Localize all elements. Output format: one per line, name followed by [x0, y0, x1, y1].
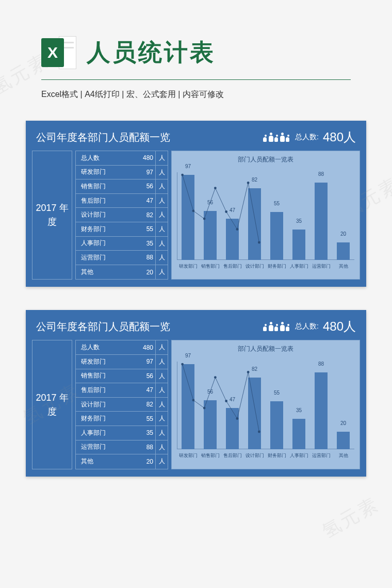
table-row: 其他20人: [76, 454, 168, 469]
table-row: 运营部门88人: [76, 251, 168, 265]
bar-value-label: 20: [332, 420, 354, 426]
chart-panel: 部门人员配额一览表 9756478255358820 研发部门销售部门售后部门设…: [171, 151, 360, 280]
x-tick-label: 售后部门: [221, 453, 243, 458]
bar: 88: [310, 372, 332, 450]
row-unit: 人: [155, 412, 168, 426]
bar-value-label: 47: [221, 207, 243, 213]
row-name: 研发部门: [76, 168, 133, 176]
bar-value-label: 55: [266, 201, 288, 206]
bar: 82: [243, 378, 266, 449]
table-row: 销售部门56人: [76, 369, 168, 384]
people-icon: [263, 322, 291, 331]
row-name: 运营部门: [76, 443, 133, 451]
row-name: 研发部门: [76, 357, 133, 366]
bar: 47: [221, 408, 243, 449]
table-row: 总人数480人: [76, 340, 168, 355]
table-row: 其他20人: [76, 265, 168, 280]
total-label: 总人数:: [295, 133, 319, 142]
bar-value-label: 20: [332, 231, 354, 237]
year-label: 2017 年度: [32, 340, 72, 469]
row-value: 480: [133, 344, 155, 351]
row-unit: 人: [155, 237, 168, 251]
x-axis: 研发部门销售部门售后部门设计部门财务部门人事部门运营部门其他: [177, 453, 354, 458]
table-row: 总人数480人: [76, 151, 168, 166]
report-card: 公司年度各部门人员配额一览 总人数: 480人 2017 年度 总人数480人研…: [26, 310, 366, 476]
data-table: 总人数480人研发部门97人销售部门56人售后部门47人设计部门82人财务部门5…: [75, 340, 168, 469]
card-header: 公司年度各部门人员配额一览 总人数: 480人: [28, 312, 364, 340]
row-value: 20: [133, 458, 155, 465]
bar: 56: [199, 211, 221, 260]
table-row: 设计部门82人: [76, 398, 168, 412]
chart-panel: 部门人员配额一览表 9756478255358820 研发部门销售部门售后部门设…: [171, 340, 360, 469]
row-value: 55: [133, 225, 155, 233]
bar: 47: [221, 219, 243, 260]
row-value: 47: [133, 386, 155, 394]
row-name: 运营部门: [76, 253, 133, 262]
row-unit: 人: [155, 208, 168, 222]
x-tick-label: 售后部门: [221, 264, 243, 269]
row-unit: 人: [155, 179, 168, 193]
table-row: 研发部门97人: [76, 355, 168, 369]
row-name: 总人数: [76, 154, 133, 162]
bar-value-label: 88: [310, 171, 332, 177]
row-unit: 人: [155, 222, 168, 236]
chart-area: 9756478255358820 研发部门销售部门售后部门设计部门财务部门人事部…: [174, 166, 357, 268]
row-name: 总人数: [76, 343, 133, 352]
data-table: 总人数480人研发部门97人销售部门56人售后部门47人设计部门82人财务部门5…: [75, 151, 168, 280]
row-value: 97: [133, 169, 155, 176]
card-title: 公司年度各部门人员配额一览: [36, 320, 263, 334]
x-axis: 研发部门销售部门售后部门设计部门财务部门人事部门运营部门其他: [177, 264, 354, 269]
x-tick-label: 运营部门: [310, 453, 332, 458]
bar-value-label: 82: [243, 177, 266, 183]
chart-title: 部门人员配额一览表: [174, 155, 357, 164]
bar-value-label: 35: [288, 407, 310, 413]
row-unit: 人: [155, 440, 168, 454]
row-name: 人事部门: [76, 239, 133, 248]
watermark: 氢元素: [318, 492, 384, 544]
row-unit: 人: [155, 251, 168, 265]
x-tick-label: 人事部门: [288, 453, 310, 458]
row-unit: 人: [155, 194, 168, 208]
x-tick-label: 销售部门: [199, 453, 221, 458]
bar-value-label: 97: [177, 164, 199, 169]
row-name: 设计部门: [76, 400, 133, 409]
x-tick-label: 财务部门: [266, 453, 288, 458]
page-title: 人员统计表: [87, 37, 216, 69]
row-name: 其他: [76, 268, 133, 276]
row-name: 销售部门: [76, 182, 133, 191]
row-value: 35: [133, 240, 155, 247]
x-tick-label: 销售部门: [199, 264, 221, 269]
bar: 35: [288, 230, 310, 260]
bar-value-label: 88: [310, 361, 332, 367]
bar-value-label: 55: [266, 390, 288, 396]
row-unit: 人: [155, 426, 168, 440]
row-unit: 人: [155, 265, 168, 280]
row-unit: 人: [155, 383, 168, 397]
table-row: 人事部门35人: [76, 426, 168, 440]
row-value: 47: [133, 197, 155, 204]
row-value: 35: [133, 429, 155, 436]
row-name: 财务部门: [76, 225, 133, 234]
row-name: 其他: [76, 457, 133, 466]
card-header: 公司年度各部门人员配额一览 总人数: 480人: [28, 123, 364, 151]
page-header: X 人员统计表: [0, 0, 392, 79]
bar-value-label: 82: [243, 366, 266, 372]
card-title: 公司年度各部门人员配额一览: [36, 130, 263, 144]
row-name: 财务部门: [76, 414, 133, 423]
table-row: 研发部门97人: [76, 166, 168, 180]
row-value: 480: [133, 154, 155, 161]
row-unit: 人: [155, 166, 168, 179]
bar: 55: [266, 401, 288, 450]
title-underline: [41, 79, 351, 80]
x-tick-label: 运营部门: [310, 264, 332, 269]
bar-value-label: 35: [288, 218, 310, 224]
table-row: 财务部门55人: [76, 412, 168, 426]
bars-row: 9756478255358820: [177, 362, 354, 449]
row-value: 88: [133, 254, 155, 261]
x-tick-label: 研发部门: [177, 453, 199, 458]
bar: 35: [288, 419, 310, 450]
total-value: 480人: [323, 129, 356, 145]
row-unit: 人: [155, 369, 168, 383]
row-unit: 人: [155, 454, 168, 469]
table-row: 运营部门88人: [76, 440, 168, 455]
